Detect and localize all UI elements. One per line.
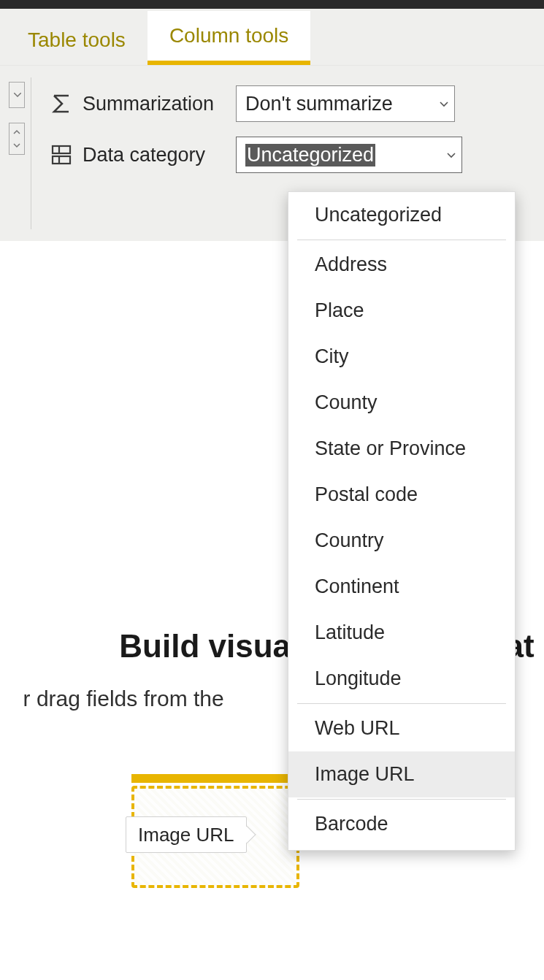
tab-table-tools[interactable]: Table tools	[6, 15, 148, 65]
window-titlebar	[0, 0, 544, 9]
dropzone-header	[131, 774, 299, 783]
menu-item-latitude[interactable]: Latitude	[288, 610, 515, 656]
menu-separator	[297, 799, 506, 800]
menu-item-postal-code[interactable]: Postal code	[288, 472, 515, 518]
menu-item-state-or-province[interactable]: State or Province	[288, 426, 515, 472]
menu-item-barcode[interactable]: Barcode	[288, 801, 515, 847]
ribbon-stub-dropdown[interactable]	[9, 82, 25, 108]
summarization-label: Summarization	[83, 93, 236, 115]
datacategory-value: Uncategorized	[245, 144, 375, 166]
menu-item-continent[interactable]: Continent	[288, 564, 515, 610]
menu-item-longitude[interactable]: Longitude	[288, 656, 515, 702]
datacategory-dropdown[interactable]: Uncategorized	[236, 137, 462, 173]
sigma-icon	[49, 91, 74, 116]
chevron-down-icon	[440, 98, 448, 110]
svg-rect-1	[53, 156, 70, 164]
datacategory-menu: UncategorizedAddressPlaceCityCountyState…	[288, 191, 516, 851]
ribbon-left-stub	[0, 66, 31, 241]
menu-item-address[interactable]: Address	[288, 242, 515, 288]
drag-tooltip: Image URL	[126, 816, 247, 853]
menu-separator	[297, 703, 506, 704]
menu-item-web-url[interactable]: Web URL	[288, 705, 515, 751]
summarization-dropdown[interactable]: Don't summarize	[236, 85, 455, 122]
menu-item-city[interactable]: City	[288, 334, 515, 380]
summarization-value: Don't summarize	[245, 93, 393, 115]
svg-rect-0	[53, 146, 70, 153]
menu-item-country[interactable]: Country	[288, 518, 515, 564]
ribbon-tabs: Table tools Column tools	[0, 9, 544, 66]
chevron-down-icon	[447, 149, 456, 161]
sort-icon	[12, 129, 22, 148]
menu-item-uncategorized[interactable]: Uncategorized	[288, 192, 515, 238]
chevron-down-icon	[14, 93, 21, 97]
tab-column-tools[interactable]: Column tools	[148, 11, 310, 65]
datacategory-label: Data category	[83, 144, 236, 166]
menu-item-county[interactable]: County	[288, 380, 515, 426]
menu-item-place[interactable]: Place	[288, 288, 515, 334]
ribbon-stub-button[interactable]	[9, 123, 25, 155]
menu-separator	[297, 240, 506, 240]
menu-item-image-url[interactable]: Image URL	[288, 751, 515, 797]
category-icon	[49, 142, 74, 167]
